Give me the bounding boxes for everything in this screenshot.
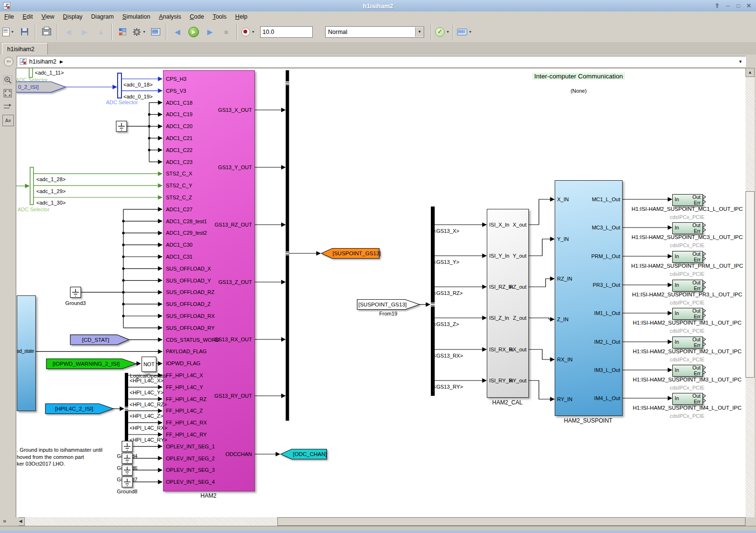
library-browser-button[interactable] [115,24,131,40]
wire[interactable] [528,199,554,225]
wire[interactable] [528,318,554,319]
ground-block[interactable] [116,121,127,131]
ipc-err-port-icon [702,370,706,375]
simulation-mode-dropdown-icon[interactable]: ▼ [415,27,424,37]
minimize-button[interactable]: ─ [723,1,733,10]
ground-block[interactable] [122,477,132,487]
forward-button[interactable]: ▶ [77,24,92,40]
ipc-out-port-icon [702,337,706,342]
window-title: h1isiham2 [0,2,756,10]
simulation-mode-value: Normal [326,29,415,35]
ipc-out-port-icon [702,365,706,370]
print-button[interactable] [39,24,54,40]
bus-selector[interactable] [29,68,33,77]
bus-selector[interactable] [431,207,435,396]
back-button[interactable]: ◀ [61,24,76,40]
menu-tools[interactable]: Tools [208,12,231,21]
record-button[interactable]: ▼ [241,24,256,40]
scroll-up-icon[interactable]: ▲ [745,68,755,77]
run-icon: ▶ [188,27,199,37]
wire[interactable] [528,349,554,359]
ground-block[interactable] [122,453,132,464]
close-button[interactable]: ✕ [744,1,754,10]
wire[interactable] [528,239,554,256]
ground-label: Ground3 [66,300,86,306]
breadcrumb-back-icon[interactable]: ⇦ [4,57,13,66]
menu-code[interactable]: Code [186,12,208,21]
menu-edit[interactable]: Edit [18,12,37,21]
model-settings-button[interactable]: ▼ [131,24,147,40]
ipc-out-port-icon [702,280,706,285]
bus-selector[interactable] [118,73,121,98]
scrollbar-corner [745,517,756,526]
ipc-err-port-icon [702,313,706,318]
horizontal-scrollbar[interactable]: ◀ [16,517,745,526]
menu-display[interactable]: Display [59,12,87,21]
wire[interactable] [528,381,554,399]
vertical-scrollbar[interactable]: ▲ [745,68,755,517]
bus-selector[interactable] [30,167,33,205]
zoom-icon[interactable] [2,75,13,85]
library-browser-icon [119,28,127,36]
tab-bar: h1isiham2 [0,42,756,55]
menu-bar: FileEditViewDisplayDiagramSimulationAnal… [0,11,756,22]
rollup-button[interactable]: ⇧ [712,1,723,10]
signal-lines-icon[interactable] [2,101,13,112]
ipc-err-port-icon [702,256,706,261]
wire-junction-dot [122,244,124,246]
goto-tag-suspoint-gs13-label: [SUSPOINT_GS13] [333,250,381,256]
annotation-icon[interactable]: A≡ [2,115,14,126]
keyboard-shortcuts-button[interactable]: ▼ [457,24,472,40]
maximize-button[interactable]: □ [733,1,744,10]
ipc-out-port-icon [702,308,706,313]
check-circle-icon: ✓ [435,27,445,37]
breadcrumb-model-name[interactable]: h1isiham2 [29,58,56,65]
up-to-parent-button[interactable]: ▲ [93,24,109,40]
wire-junction-dot [122,267,124,270]
diagram-canvas[interactable]: ADC Selector 0_2_ISI]Ground3[CD_STAT][IO… [16,68,746,518]
ipc-out-port-icon [702,223,706,228]
save-button[interactable] [17,24,32,40]
more-tools-chevron[interactable]: » [0,517,19,526]
ground-block[interactable] [122,465,132,475]
menu-view[interactable]: View [37,12,59,21]
menu-diagram[interactable]: Diagram [87,12,118,21]
menu-file[interactable]: File [0,12,18,21]
menu-help[interactable]: Help [231,12,252,21]
ipc-out-port-icon [702,195,706,199]
breadcrumb-dropdown-icon[interactable]: ▼ [738,59,743,64]
breadcrumb[interactable]: h1isiham2 ▶ ▼ [17,56,746,67]
ipc-out-port-icon [702,251,706,256]
wire[interactable] [528,279,554,287]
stop-button[interactable]: ■ [219,24,234,40]
bus-creator[interactable] [286,70,289,421]
menu-analysis[interactable]: Analysis [154,12,186,21]
wire-junction-dot [122,315,124,317]
model-explorer-icon [151,28,160,35]
model-icon [20,58,27,65]
simulation-stop-time-input[interactable] [260,26,313,38]
main-toolbar: ▼ ◀ ▶ ▲ ▼ ◀ ▶ ▶ ■ [0,22,756,43]
run-button[interactable]: ▶ [186,24,201,40]
ground-block[interactable] [122,441,132,452]
step-back-button[interactable]: ◀ [170,24,185,40]
simulation-mode-select[interactable]: Normal ▼ [325,26,424,38]
bus-connection-mark [286,81,289,85]
step-forward-button[interactable]: ▶ [202,24,218,40]
ground-block[interactable] [70,287,81,297]
tab-h1isiham2[interactable]: h1isiham2 [2,43,48,55]
breadcrumb-arrow-icon: ▶ [60,59,63,64]
update-diagram-button[interactable]: ✓ ▼ [435,24,450,40]
model-explorer-button[interactable] [148,24,163,40]
bus-connection-mark [431,303,435,306]
breadcrumb-bar: ⇦ h1isiham2 ▶ ▼ [0,54,756,68]
horizontal-scrollbar-thumb[interactable] [277,517,745,526]
fit-to-view-icon[interactable] [2,88,13,98]
from-tag-suspoint-gs13-label: [SUSPOINT_GS13] [359,302,407,307]
menu-simulation[interactable]: Simulation [118,12,154,21]
vertical-scrollbar-thumb[interactable] [745,191,755,378]
left-tool-strip: A≡ » [0,68,16,526]
ipc-err-port-icon [702,398,706,403]
new-model-button[interactable]: ▼ [0,24,16,40]
ipc-out-port-icon [702,393,706,398]
